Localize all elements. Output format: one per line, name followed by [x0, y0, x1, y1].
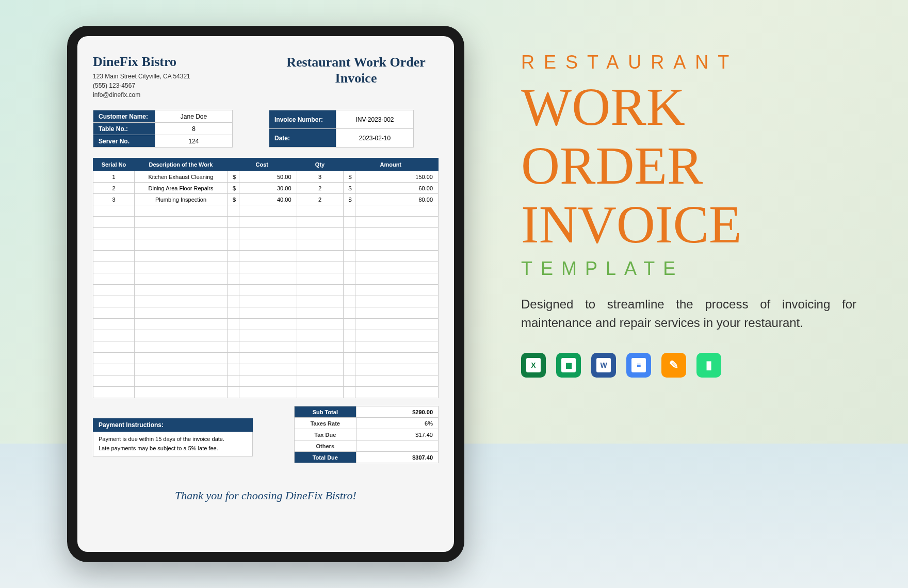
payment-line2: Late payments may be subject to a 5% lat… [99, 444, 247, 453]
promo-line2: ORDER [521, 137, 856, 193]
customer-info-table: Customer Name: Jane Doe Table No.: 8 Ser… [93, 110, 233, 148]
date-value: 2023-02-10 [336, 129, 414, 148]
info-row: Customer Name: Jane Doe Table No.: 8 Ser… [93, 110, 439, 148]
promo-line1: WORK [521, 78, 856, 135]
company-name: DineFix Bistro [93, 54, 273, 70]
invoice-number-label: Invoice Number: [269, 110, 336, 129]
totaldue-label: Total Due [295, 452, 356, 463]
table-row: 3Plumbing Inspection$40.002$80.00 [93, 194, 439, 205]
col-desc: Description of the Work [135, 158, 228, 171]
promo-line3: INVOICE [521, 196, 856, 252]
taxdue-label: Tax Due [295, 429, 356, 440]
document-title: Restaurant Work Order Invoice [273, 54, 439, 100]
pages-icon: ✎ [661, 353, 686, 378]
thanks-message: Thank you for choosing DineFix Bistro! [93, 489, 439, 502]
table-row-empty [93, 217, 439, 228]
excel-icon: X [521, 353, 546, 378]
taxrate-label: Taxes Rate [295, 418, 356, 429]
col-qty: Qty [297, 158, 343, 171]
tablet-frame: DineFix Bistro 123 Main Street Cityville… [67, 26, 464, 562]
promo-panel: RESTAURANT WORK ORDER INVOICE TEMPLATE D… [521, 52, 856, 378]
others-value [356, 440, 438, 452]
table-row-empty [93, 239, 439, 251]
table-row-empty [93, 228, 439, 239]
table-row-empty [93, 319, 439, 330]
app-icons-row: X ▦ W ≡ ✎ ▮ [521, 353, 856, 378]
totaldue-value: $307.40 [356, 452, 438, 463]
col-serial: Serial No [93, 158, 135, 171]
server-no-value: 124 [155, 135, 233, 148]
docs-icon: ≡ [626, 353, 651, 378]
company-address: 123 Main Street Cityville, CA 54321 [93, 72, 273, 81]
promo-description: Designed to streamline the process of in… [521, 295, 856, 332]
promo-restaurant: RESTAURANT [521, 52, 856, 73]
table-row-empty [93, 251, 439, 262]
table-row: 1Kitchen Exhaust Cleaning$50.003$150.00 [93, 171, 439, 183]
payment-header: Payment Instructions: [93, 418, 253, 432]
table-row-empty [93, 307, 439, 319]
payment-box: Payment Instructions: Payment is due wit… [93, 418, 253, 456]
invoice-info-table: Invoice Number: INV-2023-002 Date: 2023-… [269, 110, 414, 148]
col-amount: Amount [343, 158, 439, 171]
taxdue-value: $17.40 [356, 429, 438, 440]
bottom-row: Payment Instructions: Payment is due wit… [93, 406, 439, 463]
table-row: 2Dining Area Floor Repairs$30.002$60.00 [93, 183, 439, 194]
table-row-empty [93, 375, 439, 387]
totals-table: Sub Total $290.00 Taxes Rate 6% Tax Due … [294, 406, 439, 463]
table-no-label: Table No.: [93, 123, 155, 135]
word-icon: W [591, 353, 616, 378]
date-label: Date: [269, 129, 336, 148]
company-email: info@dinefix.com [93, 90, 273, 100]
promo-template: TEMPLATE [521, 258, 856, 280]
others-label: Others [295, 440, 356, 452]
numbers-icon: ▮ [696, 353, 721, 378]
payment-line1: Payment is due within 15 days of the inv… [99, 435, 247, 444]
header-row: DineFix Bistro 123 Main Street Cityville… [93, 54, 439, 100]
table-row-empty [93, 205, 439, 217]
table-row-empty [93, 341, 439, 353]
sheets-icon: ▦ [556, 353, 581, 378]
col-cost: Cost [228, 158, 297, 171]
table-no-value: 8 [155, 123, 233, 135]
subtotal-value: $290.00 [356, 406, 438, 418]
table-row-empty [93, 387, 439, 398]
table-row-empty [93, 273, 439, 285]
subtotal-label: Sub Total [295, 406, 356, 418]
table-row-empty [93, 285, 439, 296]
company-info: DineFix Bistro 123 Main Street Cityville… [93, 54, 273, 100]
payment-body: Payment is due within 15 days of the inv… [93, 432, 253, 456]
server-no-label: Server No. [93, 135, 155, 148]
invoice-number-value: INV-2023-002 [336, 110, 414, 129]
tablet-screen: DineFix Bistro 123 Main Street Cityville… [77, 36, 454, 552]
table-row-empty [93, 353, 439, 364]
items-table: Serial No Description of the Work Cost Q… [93, 158, 439, 398]
taxrate-value: 6% [356, 418, 438, 429]
table-row-empty [93, 364, 439, 375]
table-row-empty [93, 330, 439, 341]
table-row-empty [93, 296, 439, 307]
table-row-empty [93, 262, 439, 273]
company-phone: (555) 123-4567 [93, 81, 273, 90]
customer-name-value: Jane Doe [155, 110, 233, 123]
customer-name-label: Customer Name: [93, 110, 155, 123]
